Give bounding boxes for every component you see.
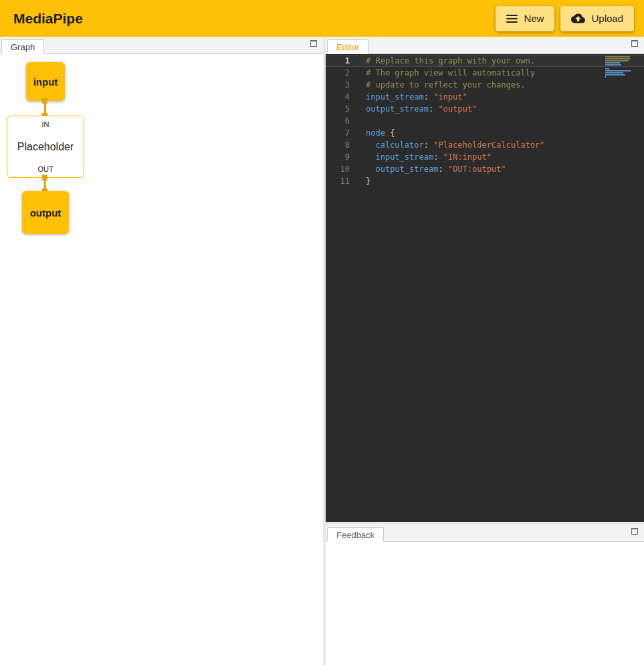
line-number: 6 [326, 115, 350, 127]
code-text: calculator: "PlaceholderCalculator" [366, 139, 544, 151]
app-title: MediaPipe [13, 11, 83, 27]
code-text: # update to reflect your changes. [366, 79, 525, 91]
new-button[interactable]: New [496, 6, 554, 31]
code-line-10[interactable]: 10 output_stream: "OUT:output" [326, 163, 644, 175]
tab-feedback-label: Feedback [336, 530, 374, 540]
feedback-maximize-icon[interactable] [631, 528, 638, 535]
line-number: 10 [326, 163, 350, 175]
graph-node-placeholder-label: Placeholder [17, 141, 74, 153]
minimap-line [605, 58, 630, 59]
line-number: 3 [326, 79, 350, 91]
feedback-content [326, 542, 644, 665]
editor-panel: Editor 1# Replace this graph with your o… [326, 37, 644, 522]
code-line-3[interactable]: 3# update to reflect your changes. [326, 79, 644, 91]
minimap-line [605, 74, 625, 76]
new-list-icon [506, 15, 518, 23]
line-number: 7 [326, 127, 350, 139]
line-number: 11 [326, 175, 350, 187]
tab-editor[interactable]: Editor [327, 39, 368, 54]
editor-minimap[interactable] [605, 56, 631, 78]
graph-node-output[interactable]: output [22, 191, 69, 234]
right-column: Editor 1# Replace this graph with your o… [326, 37, 644, 665]
line-number: 9 [326, 151, 350, 163]
tab-editor-label: Editor [336, 42, 359, 52]
code-lines: 1# Replace this graph with your own.2# T… [326, 55, 644, 187]
line-number: 8 [326, 139, 350, 151]
code-text: # Replace this graph with your own. [366, 55, 535, 67]
code-line-4[interactable]: 4input_stream: "input" [326, 91, 644, 103]
minimap-line [605, 72, 623, 74]
code-text: output_stream: "OUT:output" [366, 163, 506, 175]
minimap-line [605, 68, 609, 70]
code-line-1[interactable]: 1# Replace this graph with your own. [326, 55, 644, 67]
code-line-6[interactable]: 6 [326, 115, 644, 127]
code-text: input_stream: "input" [366, 91, 467, 103]
line-number: 1 [326, 55, 350, 67]
line-number: 5 [326, 103, 350, 115]
placeholder-in-port-label: IN [42, 120, 49, 128]
line-number: 4 [326, 91, 350, 103]
header-actions: New Upload [496, 6, 634, 31]
code-line-7[interactable]: 7node { [326, 127, 644, 139]
code-line-5[interactable]: 5output_stream: "output" [326, 103, 644, 115]
editor-maximize-icon[interactable] [631, 40, 638, 47]
upload-button[interactable]: Upload [560, 6, 634, 31]
tab-graph-label: Graph [11, 42, 35, 52]
graph-node-placeholder[interactable]: IN Placeholder OUT [7, 116, 84, 178]
minimap-line [605, 60, 629, 61]
minimap-line [605, 66, 631, 68]
graph-panel: Graph input IN Placeholder OUT output [0, 37, 323, 665]
graph-edge-input-to-placeholder [44, 101, 46, 116]
minimap-line [605, 70, 631, 72]
tab-feedback[interactable]: Feedback [327, 527, 384, 542]
minimap-line [605, 64, 621, 65]
code-text: } [366, 175, 370, 187]
tab-graph[interactable]: Graph [1, 39, 44, 54]
code-line-2[interactable]: 2# The graph view will automatically [326, 67, 644, 79]
graph-node-input-label: input [33, 76, 58, 88]
upload-button-label: Upload [591, 13, 623, 24]
minimap-line [605, 76, 606, 78]
graph-canvas[interactable]: input IN Placeholder OUT output [0, 54, 323, 665]
minimap-line [605, 62, 620, 63]
graph-edge-placeholder-to-output [44, 178, 46, 191]
line-number: 2 [326, 67, 350, 79]
code-line-11[interactable]: 11} [326, 175, 644, 187]
placeholder-out-port-label: OUT [37, 165, 53, 173]
feedback-tabstrip: Feedback [326, 525, 644, 542]
upload-cloud-icon [571, 11, 585, 25]
code-text: node { [366, 127, 395, 139]
code-line-9[interactable]: 9 input_stream: "IN:input" [326, 151, 644, 163]
code-text: # The graph view will automatically [366, 67, 535, 79]
code-editor[interactable]: 1# Replace this graph with your own.2# T… [326, 54, 644, 522]
minimap-line [605, 56, 630, 57]
editor-tabstrip: Editor [326, 37, 644, 54]
new-button-label: New [524, 13, 544, 24]
app-header: MediaPipe New Upload [0, 0, 644, 37]
feedback-panel: Feedback [326, 525, 644, 665]
main-layout: Graph input IN Placeholder OUT output [0, 37, 644, 665]
graph-node-input[interactable]: input [26, 62, 65, 101]
graph-node-output-label: output [30, 207, 62, 219]
graph-tabstrip: Graph [0, 37, 323, 54]
code-text: input_stream: "IN:input" [366, 151, 492, 163]
graph-maximize-icon[interactable] [310, 40, 317, 47]
code-text: output_stream: "output" [366, 103, 477, 115]
code-line-8[interactable]: 8 calculator: "PlaceholderCalculator" [326, 139, 644, 151]
